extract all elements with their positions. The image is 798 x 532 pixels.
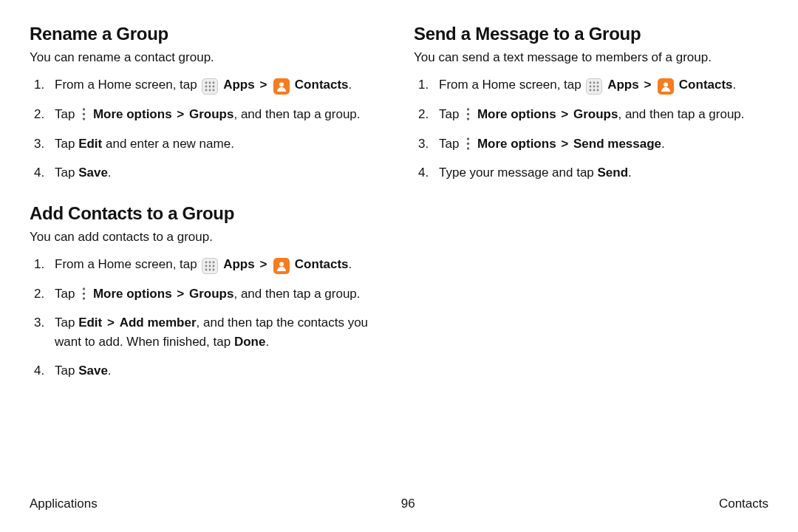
step-item: Tap Edit > Add member, and then tap the …	[30, 313, 384, 351]
svg-point-1	[209, 82, 211, 84]
step-item: Type your message and tap Send.	[414, 163, 768, 183]
step-text: Tap	[55, 166, 78, 180]
svg-point-36	[466, 108, 468, 110]
send-label: Send	[598, 166, 629, 180]
svg-point-4	[209, 86, 211, 88]
svg-point-2	[213, 82, 215, 84]
svg-point-16	[205, 265, 208, 267]
more-options-label: More options	[93, 287, 172, 301]
contacts-label: Contacts	[295, 257, 349, 271]
chevron-icon: >	[259, 78, 267, 92]
chevron-icon: >	[561, 107, 568, 121]
step-text: From a Home screen, tap	[55, 257, 200, 271]
svg-point-19	[205, 268, 208, 270]
svg-point-18	[213, 265, 215, 267]
apps-icon	[202, 258, 218, 274]
step-text: Tap	[55, 316, 78, 330]
svg-point-29	[590, 86, 592, 88]
more-options-label: More options	[93, 107, 172, 121]
svg-point-15	[213, 261, 215, 263]
svg-point-37	[466, 113, 468, 115]
step-item: From a Home screen, tap Apps > Contacts.	[414, 75, 768, 95]
svg-point-26	[590, 82, 592, 84]
contacts-icon	[658, 78, 674, 95]
step-text: Tap	[55, 364, 78, 378]
step-text: From a Home screen, tap	[439, 78, 584, 92]
svg-point-21	[213, 268, 215, 270]
step-item: Tap Save.	[30, 361, 384, 381]
svg-point-27	[593, 82, 596, 84]
step-text: From a Home screen, tap	[55, 78, 200, 92]
heading-rename: Rename a Group	[30, 24, 384, 44]
svg-point-8	[213, 89, 215, 92]
svg-point-0	[205, 82, 208, 84]
svg-point-39	[466, 137, 468, 140]
svg-point-10	[82, 108, 84, 110]
svg-point-13	[205, 261, 208, 263]
svg-point-35	[664, 83, 668, 87]
chevron-icon: >	[177, 107, 184, 121]
step-text: Tap	[55, 107, 78, 121]
section-send-message: Send a Message to a Group You can send a…	[414, 24, 768, 183]
left-column: Rename a Group You can rename a contact …	[30, 24, 384, 401]
footer-page-number: 96	[401, 497, 415, 511]
step-text: .	[108, 364, 112, 378]
steps-rename: From a Home screen, tap Apps > Contacts.…	[30, 75, 384, 183]
svg-point-31	[597, 86, 599, 88]
step-text: and enter a new name.	[102, 137, 234, 151]
apps-label: Apps	[607, 78, 639, 92]
apps-icon	[202, 78, 218, 95]
step-text: Tap	[55, 287, 78, 301]
step-text: Tap	[439, 107, 463, 121]
step-item: From a Home screen, tap Apps > Contacts.	[30, 255, 384, 274]
step-text: .	[349, 257, 352, 271]
step-item: Tap Edit and enter a new name.	[30, 134, 384, 154]
svg-point-11	[82, 113, 84, 115]
contacts-label: Contacts	[679, 78, 733, 92]
contacts-label: Contacts	[295, 78, 349, 92]
edit-label: Edit	[78, 137, 102, 151]
step-item: Tap More options > Groups, and then tap …	[30, 105, 384, 124]
page-footer: Applications 96 Contacts	[30, 497, 768, 511]
step-text: Tap	[55, 137, 78, 151]
step-text: .	[628, 166, 632, 180]
svg-point-14	[209, 261, 211, 263]
step-item: Tap More options > Send message.	[414, 134, 768, 154]
contacts-icon	[273, 78, 290, 95]
more-options-label: More options	[477, 107, 556, 121]
groups-label: Groups	[189, 287, 233, 301]
section-add-contacts: Add Contacts to a Group You can add cont…	[30, 203, 384, 381]
apps-icon	[586, 78, 602, 95]
svg-point-41	[466, 147, 468, 149]
svg-point-23	[82, 287, 84, 290]
apps-label: Apps	[223, 78, 255, 92]
svg-point-12	[82, 117, 84, 120]
step-text: , and then tap the contacts you want to …	[55, 316, 368, 349]
svg-point-24	[82, 292, 84, 294]
svg-point-33	[593, 89, 596, 92]
content-columns: Rename a Group You can rename a contact …	[30, 24, 768, 401]
svg-point-32	[590, 89, 592, 92]
svg-point-25	[82, 297, 84, 299]
more-options-label: More options	[477, 137, 556, 151]
more-options-icon	[463, 136, 473, 151]
chevron-icon: >	[644, 78, 651, 92]
svg-point-7	[209, 89, 211, 92]
step-text: .	[108, 166, 112, 180]
groups-label: Groups	[573, 107, 618, 121]
edit-label: Edit	[78, 316, 102, 330]
svg-point-6	[205, 89, 208, 92]
svg-point-20	[209, 268, 211, 270]
contacts-icon	[273, 258, 290, 274]
svg-point-22	[279, 262, 284, 266]
svg-point-5	[213, 86, 215, 88]
svg-point-40	[466, 142, 468, 144]
step-text: .	[349, 78, 352, 92]
done-label: Done	[234, 335, 266, 349]
step-text: Type your message and tap	[439, 166, 598, 180]
step-item: From a Home screen, tap Apps > Contacts.	[30, 75, 384, 95]
svg-point-38	[466, 117, 468, 120]
intro-add: You can add contacts to a group.	[30, 230, 384, 245]
svg-point-28	[597, 82, 599, 84]
svg-point-34	[597, 89, 599, 92]
